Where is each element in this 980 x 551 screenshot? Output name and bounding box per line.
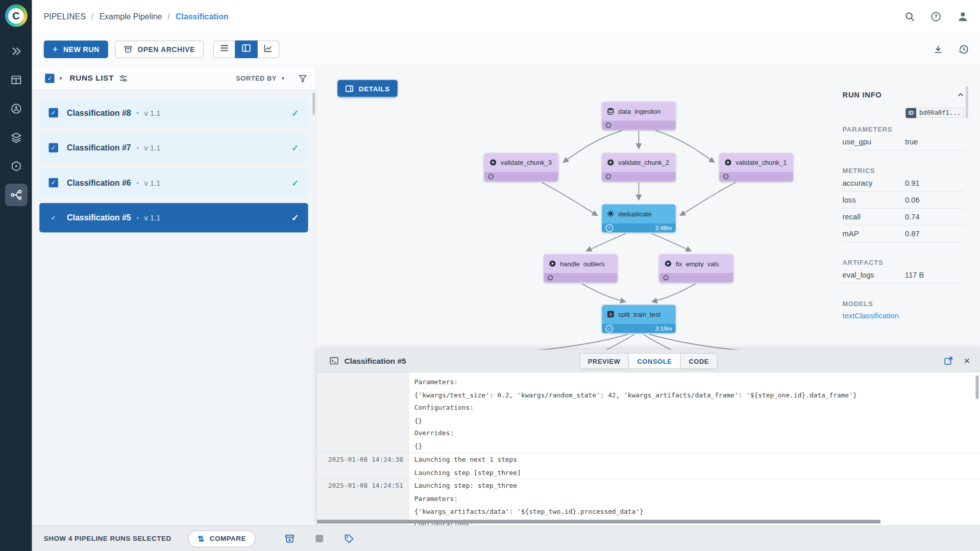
collapse-chevron-icon[interactable] xyxy=(957,91,965,99)
split-view-icon xyxy=(241,43,251,55)
info-value: true xyxy=(905,137,918,146)
download-icon[interactable] xyxy=(933,44,943,54)
run-item[interactable]: ✓Classification #5•v 1.1✓ xyxy=(39,203,308,233)
tab-console[interactable]: CONSOLE xyxy=(628,353,680,369)
run-item[interactable]: ✓Classification #7•v 1.1✓ xyxy=(39,133,308,163)
run-info-scrollbar[interactable] xyxy=(966,86,968,119)
info-value: 0.87 xyxy=(905,229,920,238)
close-icon[interactable]: × xyxy=(964,356,970,366)
topbar-icons: ? xyxy=(904,10,969,22)
breadcrumb-separator: / xyxy=(168,12,170,21)
search-icon[interactable] xyxy=(904,11,915,21)
info-row[interactable]: textClassification xyxy=(843,308,965,324)
sidebar-item-datasets[interactable] xyxy=(5,126,27,148)
section-label: METRICS xyxy=(843,167,965,174)
info-row: accuracy0.91 xyxy=(843,175,965,192)
status-dot-icon xyxy=(606,173,611,179)
tab-code[interactable]: CODE xyxy=(680,353,718,369)
table-view-button[interactable] xyxy=(213,40,235,58)
breadcrumb-section[interactable]: PIPELINES xyxy=(44,12,86,21)
breadcrumb-current[interactable]: Classification xyxy=(176,12,229,21)
id-badge: ID xyxy=(906,108,916,118)
log-line: Configurations: xyxy=(414,401,857,414)
dag-node-validate_chunk_1[interactable]: validate_chunk_1 xyxy=(719,153,793,181)
split-view-button[interactable] xyxy=(235,40,257,58)
completed-check-icon: ✓ xyxy=(291,143,299,153)
dag-node-validate_chunk_3[interactable]: validate_chunk_3 xyxy=(484,153,558,181)
sidebar-item-profile[interactable] xyxy=(5,97,27,120)
breadcrumb-project[interactable]: Example Pipeline xyxy=(99,12,162,21)
select-all-checkbox[interactable]: ✓ xyxy=(45,73,54,83)
new-run-button[interactable]: + NEW RUN xyxy=(44,40,108,58)
status-dot-icon xyxy=(606,122,611,128)
horizontal-scrollbar[interactable] xyxy=(317,520,980,524)
dot-separator: • xyxy=(137,180,139,186)
tune-icon[interactable] xyxy=(119,73,128,83)
compare-label: COMPARE xyxy=(210,535,246,542)
run-info-panel: RUN INFO ID bd00a0f1... PARAMETERSuse_gp… xyxy=(841,85,966,350)
run-item[interactable]: ✓Classification #8•v 1.1✓ xyxy=(39,98,308,128)
user-avatar-icon[interactable] xyxy=(957,10,969,22)
info-key[interactable]: textClassification xyxy=(843,312,899,320)
dot-separator: • xyxy=(137,144,139,151)
runs-list-scrollbar[interactable] xyxy=(312,92,315,115)
node-label: deduplicate xyxy=(618,210,652,217)
details-icon xyxy=(345,84,354,93)
pipelines-icon xyxy=(10,189,22,201)
breadcrumb: PIPELINES / Example Pipeline / Classific… xyxy=(44,12,229,21)
log-line: {'kwargs_artifacts/data': '${step_two.id… xyxy=(414,505,644,517)
log-line: Overrides: xyxy=(414,427,857,439)
open-archive-button[interactable]: OPEN ARCHIVE xyxy=(115,40,204,58)
sidebar-item-models[interactable] xyxy=(5,155,27,178)
chart-view-button[interactable] xyxy=(257,40,279,58)
horizontal-scrollbar-thumb[interactable] xyxy=(317,520,880,523)
node-label: validate_chunk_2 xyxy=(618,159,669,166)
console-entries: Parameters:{'kwargs/test_size': 0.2, 'kw… xyxy=(317,375,980,525)
vertical-scrollbar[interactable] xyxy=(975,375,978,399)
dag-node-deduplicate[interactable]: deduplicate✓2:48m xyxy=(602,204,675,232)
expand-icon[interactable] xyxy=(944,356,953,365)
run-checkbox[interactable]: ✓ xyxy=(49,178,58,187)
bottom-bar: SHOW 4 PIPELINE RUNS SELECTED ⇅ COMPARE xyxy=(32,525,980,551)
dag-node-fix_empty_vals[interactable]: fix_empty_vals xyxy=(659,254,733,282)
select-dropdown-caret-icon[interactable]: ▾ xyxy=(59,76,62,81)
archive-down-icon[interactable] xyxy=(284,533,295,544)
tab-preview[interactable]: PREVIEW xyxy=(579,353,629,369)
compare-button[interactable]: ⇅ COMPARE xyxy=(188,530,256,547)
info-row: loss0.06 xyxy=(843,192,965,209)
play-circle-icon xyxy=(489,159,497,166)
help-icon[interactable]: ? xyxy=(930,11,941,21)
node-label: fix_empty_vals xyxy=(676,260,719,267)
info-row: use_gputrue xyxy=(843,134,965,151)
tag-icon[interactable] xyxy=(344,533,354,544)
dag-node-split_train_test[interactable]: Asplit_train_test✓3:19m xyxy=(602,305,675,333)
run-checkbox[interactable]: ✓ xyxy=(49,143,58,152)
history-icon[interactable] xyxy=(959,44,969,54)
sorted-by-caret-icon[interactable]: ▾ xyxy=(282,76,285,81)
play-circle-icon xyxy=(607,159,615,166)
sidebar-item-projects[interactable] xyxy=(5,69,27,91)
view-toggle xyxy=(213,40,279,58)
run-checkbox[interactable]: ✓ xyxy=(49,213,58,222)
clearml-logo[interactable]: C xyxy=(5,5,27,27)
sidebar-item-overview[interactable] xyxy=(5,40,27,62)
archive-box-icon xyxy=(124,45,132,54)
dag-node-validate_chunk_2[interactable]: validate_chunk_2 xyxy=(602,153,675,181)
check-circle-icon: ✓ xyxy=(606,224,614,232)
sidebar-item-pipelines[interactable] xyxy=(5,184,27,206)
sorted-by-label[interactable]: SORTED BY xyxy=(236,74,276,82)
log-line: Parameters: xyxy=(414,492,644,505)
run-checkbox[interactable]: ✓ xyxy=(49,108,58,117)
dag-node-handle_outliers[interactable]: handle_outliers xyxy=(544,254,617,282)
info-key: use_gpu xyxy=(843,137,905,146)
double-chevron-icon xyxy=(10,45,22,57)
status-dot-icon xyxy=(488,173,494,179)
hexagon-icon xyxy=(10,160,22,172)
dag-node-data_ingestion[interactable]: data_ingestion xyxy=(602,102,675,130)
filter-icon[interactable] xyxy=(298,73,307,83)
run-id-value[interactable]: bd00a0f1... xyxy=(916,108,965,118)
run-item[interactable]: ✓Classification #6•v 1.1✓ xyxy=(39,168,308,197)
stop-icon[interactable] xyxy=(315,535,323,542)
info-key: accuracy xyxy=(843,179,905,187)
details-button[interactable]: DETAILS xyxy=(337,80,397,97)
